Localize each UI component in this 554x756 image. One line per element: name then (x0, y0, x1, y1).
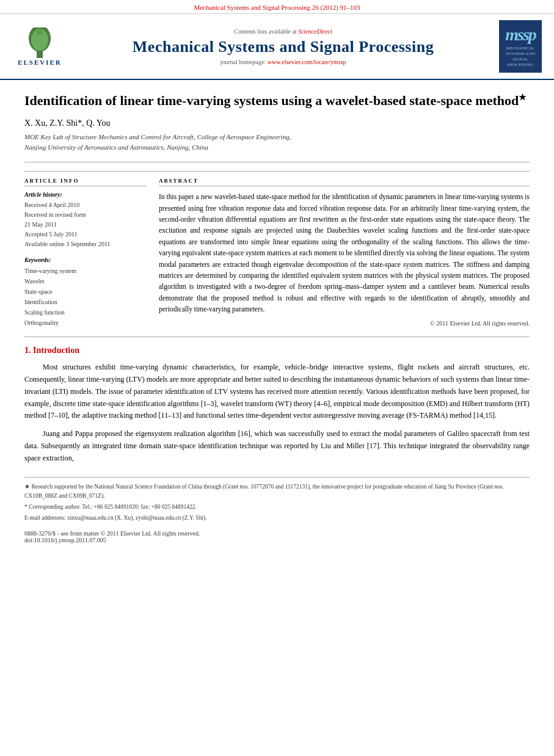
two-column-section: ARTICLE INFO Article history: Received 4… (24, 171, 530, 328)
keyword-3: State-space (24, 286, 147, 297)
received-date: Received 4 April 2010 (24, 200, 147, 210)
history-label: Article history: (24, 191, 147, 198)
keyword-5: Scaling function (24, 307, 147, 318)
affiliation: MOE Key Lab of Structure Mechanics and C… (24, 132, 530, 152)
keyword-2: Wavelet (24, 276, 147, 286)
footnote-corresponding: * Corresponding author. Tel.: +86 025 84… (24, 503, 530, 512)
elsevier-tree-icon (15, 27, 64, 61)
article-title: Identification of linear time-varying sy… (24, 92, 530, 110)
mssp-logo-box: mssp MECHANICAL SYSTEMS AND SIGNAL PROCE… (499, 20, 542, 73)
footnote-email: E-mail addresses: xinxu@nuaa.edu.cn (X. … (24, 514, 530, 523)
available-online: Available online 3 September 2011 (24, 239, 147, 249)
contents-line: Contents lists available at ScienceDirec… (73, 28, 493, 35)
bottom-info: 0888-3270/$ - see front matter © 2011 El… (24, 530, 530, 543)
section-1-para-1: Most structures exhibit time-varying dyn… (24, 362, 530, 422)
keyword-1: Time-varying system (24, 266, 147, 276)
issn-line: 0888-3270/$ - see front matter © 2011 El… (24, 530, 530, 537)
section-1-para-2: Juang and Pappa proposed the eigensystem… (24, 428, 530, 464)
doi-line: doi:10.1016/j.ymssp.2011.07.005 (24, 537, 530, 543)
keywords-block: Keywords: Time-varying system Wavelet St… (24, 256, 147, 328)
abstract-label: ABSTRACT (159, 178, 530, 186)
journal-citation: Mechanical Systems and Signal Processing… (0, 0, 554, 14)
authors: X. Xu, Z.Y. Shi*, Q. You (24, 118, 530, 128)
science-direct-link: ScienceDirect (298, 28, 332, 35)
mssp-subtitle: MECHANICAL SYSTEMS AND SIGNAL PROCESSING (503, 46, 538, 68)
main-content: Identification of linear time-varying sy… (0, 80, 554, 556)
keyword-4: Identification (24, 297, 147, 307)
journal-center: Contents lists available at ScienceDirec… (73, 28, 493, 65)
svg-point-3 (37, 29, 43, 35)
copyright: © 2011 Elsevier Ltd. All rights reserved… (159, 320, 530, 327)
abstract-column: ABSTRACT In this paper a new wavelet-bas… (159, 178, 530, 328)
elsevier-text: ELSEVIER (18, 59, 62, 66)
article-info-column: ARTICLE INFO Article history: Received 4… (24, 178, 147, 328)
section-1-heading: 1. Introduction (24, 346, 530, 355)
received-revised-label: Received in revised form (24, 210, 147, 220)
journal-title: Mechanical Systems and Signal Processing (73, 37, 493, 56)
accepted-date: Accepted 5 July 2011 (24, 230, 147, 239)
keywords-label: Keywords: (24, 256, 147, 263)
homepage-url: www.elsevier.com/locate/ymssp (268, 59, 346, 65)
revised-date: 21 May 2011 (24, 220, 147, 230)
article-info-label: ARTICLE INFO (24, 178, 147, 186)
mssp-text: mssp (503, 25, 538, 45)
footnote-section: ★ Research supported by the National Nat… (24, 477, 530, 523)
article-history-block: Article history: Received 4 April 2010 R… (24, 191, 147, 249)
journal-homepage: journal homepage: www.elsevier.com/locat… (73, 59, 493, 65)
footnote-star: ★ Research supported by the National Nat… (24, 482, 530, 501)
abstract-text: In this paper a new wavelet-based state-… (159, 191, 530, 314)
divider-mid (24, 336, 530, 337)
journal-header: ELSEVIER Contents lists available at Sci… (0, 14, 554, 80)
keyword-6: Orthogonality (24, 318, 147, 328)
divider-top (24, 162, 530, 162)
elsevier-logo: ELSEVIER (12, 27, 67, 66)
